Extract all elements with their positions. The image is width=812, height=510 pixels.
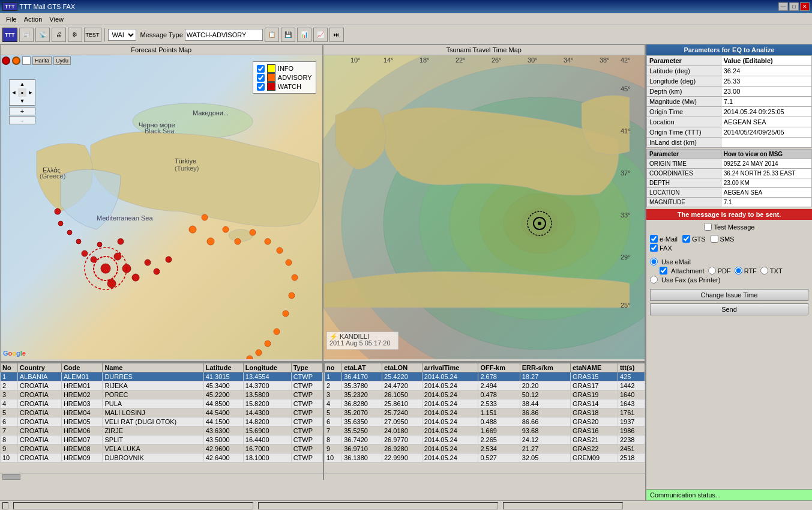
- table-row[interactable]: 9 36.9710 26.9280 2014.05.24 2.534 21.27…: [325, 445, 645, 454]
- fax-checkbox[interactable]: [650, 244, 658, 252]
- menu-view[interactable]: View: [46, 14, 67, 24]
- menu-action[interactable]: Action: [20, 14, 46, 24]
- table-row[interactable]: 10 36.1380 22.9990 2014.05.24 0.527 32.0…: [325, 454, 645, 463]
- send-button[interactable]: Send: [650, 303, 808, 315]
- param-value[interactable]: [721, 138, 811, 148]
- tsunami-map-bg[interactable]: ⚡ KANDILLI 2011 Aug 5 05:17:20 10° 14° 1…: [323, 55, 645, 359]
- zoom-in-button[interactable]: +: [9, 107, 35, 115]
- left-table-hscrollbar[interactable]: [0, 473, 323, 480]
- right-table-hscrollbar[interactable]: [324, 473, 645, 480]
- table-row[interactable]: 9 CROATIA HREM08 VELA LUKA 42.9600 16.70…: [1, 445, 323, 454]
- gts-option[interactable]: GTS: [682, 235, 706, 243]
- left-table-scroll[interactable]: No Country Code Name Latitude Longitude …: [0, 363, 323, 473]
- pdf-option[interactable]: PDF: [708, 267, 731, 275]
- minimize-button[interactable]: —: [778, 2, 788, 11]
- ttt-toolbar-btn[interactable]: TTT: [2, 28, 17, 42]
- sms-option[interactable]: SMS: [711, 235, 735, 243]
- table-row[interactable]: 7 CROATIA HREM06 ZIRJE 43.6300 15.6900 C…: [1, 427, 323, 436]
- zoom-out-button[interactable]: -: [9, 116, 35, 124]
- table-row[interactable]: 3 35.2320 26.1050 2014.05.24 0.478 50.12…: [325, 390, 645, 399]
- svg-point-17: [82, 250, 88, 257]
- col-arrivaltime: arrivalTime: [422, 363, 478, 372]
- table-row[interactable]: 6 35.6350 27.0950 2014.05.24 0.488 86.66…: [325, 417, 645, 427]
- fax-options: Use eMail Attachment PDF RTF TXT: [646, 255, 812, 287]
- txt-option[interactable]: TXT: [760, 267, 783, 275]
- toolbar-icon-3[interactable]: 🖨: [52, 28, 66, 42]
- pdf-radio[interactable]: [708, 267, 716, 275]
- toolbar-icon-8[interactable]: 📈: [313, 28, 328, 42]
- harita-button[interactable]: Harita: [32, 56, 52, 65]
- sms-checkbox[interactable]: [711, 235, 718, 243]
- email-checkbox[interactable]: [650, 235, 658, 243]
- attachment-checkbox[interactable]: [660, 267, 667, 275]
- toolbar-icon-4[interactable]: ⚙: [68, 28, 82, 42]
- table-row[interactable]: 10 CROATIA HREM09 DUBROVNIK 42.6400 18.1…: [1, 454, 323, 463]
- table-row[interactable]: 5 CROATIA HREM04 MALI LOSINJ 44.5400 14.…: [1, 408, 323, 417]
- toolbar-icon-9[interactable]: ⏭: [329, 28, 344, 42]
- table-row[interactable]: 2 CROATIA HREM01 RIJEKA 45.3400 14.3700 …: [1, 381, 323, 390]
- param-value[interactable]: [721, 97, 811, 107]
- toolbar-icon-2[interactable]: 📡: [35, 28, 50, 42]
- param-value[interactable]: [721, 107, 811, 117]
- forecast-map-title: Forecast Points Map: [1, 45, 322, 55]
- table-row[interactable]: 4 36.8280 25.8610 2014.05.24 2.533 38.44…: [325, 399, 645, 408]
- close-button[interactable]: ✕: [800, 2, 810, 11]
- test-message-row: Test Message: [646, 222, 812, 232]
- toolbar-icon-1[interactable]: 📰: [19, 28, 34, 42]
- right-table-scroll[interactable]: no etaLAT etaLON arrivalTime OFF-km ERR-…: [324, 363, 645, 473]
- param-value[interactable]: [721, 76, 811, 87]
- gts-checkbox[interactable]: [682, 235, 690, 243]
- table-row[interactable]: 8 36.7420 26.9770 2014.05.24 2.265 24.12…: [325, 436, 645, 445]
- menu-file[interactable]: File: [2, 14, 20, 24]
- use-email-radio[interactable]: [650, 258, 658, 266]
- data-tables-row: No Country Code Name Latitude Longitude …: [0, 363, 645, 480]
- test-button[interactable]: TEST: [84, 28, 101, 42]
- map-control-red[interactable]: [2, 56, 10, 65]
- table-row[interactable]: 3 CROATIA HREM02 POREC 45.2200 13.5800 C…: [1, 390, 323, 399]
- wai-select[interactable]: WAI: [108, 29, 136, 41]
- txt-radio[interactable]: [760, 267, 768, 275]
- rtf-option[interactable]: RTF: [735, 267, 757, 275]
- toolbar-icon-5[interactable]: 📋: [265, 28, 279, 42]
- table-row[interactable]: 2 35.3780 24.4720 2014.05.24 2.494 20.20…: [325, 381, 645, 390]
- pan-control[interactable]: ▲ ◄ ● ► ▼: [9, 79, 35, 106]
- table-row[interactable]: 7 35.5250 24.0180 2014.05.24 1.669 93.68…: [325, 427, 645, 436]
- change-issue-time-button[interactable]: Change Issue Time: [650, 289, 808, 301]
- table-row[interactable]: 4 CROATIA HREM03 PULA 44.8500 15.8200 CT…: [1, 399, 323, 408]
- svg-point-26: [189, 226, 196, 233]
- svg-point-1: [229, 229, 253, 241]
- svg-point-15: [118, 238, 124, 244]
- forecast-map-bg[interactable]: Harita Uydu ▲ ◄ ● ► ▼ + -: [1, 55, 322, 359]
- uydu-button[interactable]: Uydu: [53, 56, 71, 65]
- table-row[interactable]: 1 36.4170 25.4220 2014.05.24 2.678 18.27…: [325, 372, 645, 381]
- toolbar-icon-6[interactable]: 💾: [281, 28, 295, 42]
- rtf-radio[interactable]: [735, 267, 742, 275]
- message-type-input[interactable]: [185, 29, 263, 41]
- param-value[interactable]: [721, 127, 811, 138]
- table-row[interactable]: 1 ALBANIA ALEM01 DURRES 41.3015 13.4554 …: [1, 372, 323, 381]
- table-row[interactable]: 8 CROATIA HREM07 SPLIT 43.5000 16.4400 C…: [1, 436, 323, 445]
- map-control-white[interactable]: [22, 56, 31, 65]
- forecast-map-svg: Türkiye (Turkey) Ελλάς (Greece) Черно мо…: [1, 55, 322, 359]
- map-control-orange[interactable]: [12, 56, 20, 65]
- param-value[interactable]: [721, 87, 811, 97]
- maximize-button[interactable]: □: [789, 2, 799, 11]
- attachment-label: Attachment: [671, 267, 705, 275]
- email-option[interactable]: e-Mail: [650, 235, 678, 243]
- params-table-row: InLand dist (km): [647, 138, 812, 148]
- svg-text:18°: 18°: [420, 56, 430, 64]
- hscroll-thumb[interactable]: [2, 474, 20, 480]
- svg-point-33: [277, 247, 283, 253]
- use-fax-radio[interactable]: [650, 276, 658, 284]
- param-label: Longitude (deg): [647, 76, 721, 87]
- fax-option[interactable]: FAX: [650, 244, 672, 252]
- msg-value: 23.00 KM: [721, 178, 811, 188]
- param-value[interactable]: [721, 66, 811, 76]
- status-seg-2: [13, 502, 253, 509]
- table-row[interactable]: 6 CROATIA HREM05 VELI RAT (DUGI OTOK) 44…: [1, 417, 323, 427]
- svg-point-16: [97, 242, 102, 247]
- param-value[interactable]: [721, 117, 811, 127]
- test-message-checkbox[interactable]: [704, 223, 712, 231]
- toolbar-icon-7[interactable]: 📊: [297, 28, 311, 42]
- table-row[interactable]: 5 35.2070 25.7240 2014.05.24 1.151 36.86…: [325, 408, 645, 417]
